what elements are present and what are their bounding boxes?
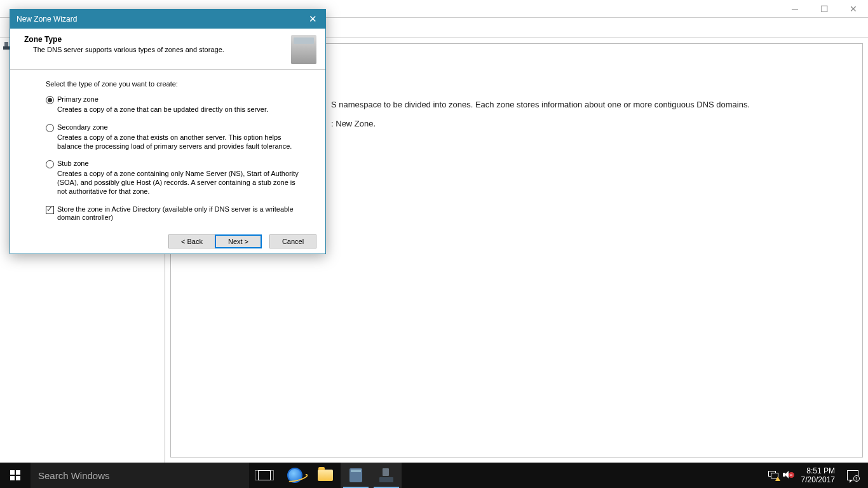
notification-badge: 1 xyxy=(853,475,860,482)
parent-maximize-button[interactable]: ☐ xyxy=(810,0,839,18)
parent-close-button[interactable]: ✕ xyxy=(839,0,868,18)
new-zone-wizard-dialog: New Zone Wizard ✕ Zone Type The DNS serv… xyxy=(10,9,326,254)
tray-clock[interactable]: 8:51 PM 7/20/2017 xyxy=(796,466,840,485)
system-tray: × 8:51 PM 7/20/2017 1 xyxy=(766,463,868,488)
tray-time: 8:51 PM xyxy=(801,466,835,475)
radio-stub-zone[interactable]: Stub zone xyxy=(46,159,301,168)
svg-rect-5 xyxy=(16,476,20,480)
notification-icon: 1 xyxy=(847,470,858,480)
taskbar-server-manager[interactable] xyxy=(341,463,371,488)
wizard-header-subtitle: The DNS server supports various types of… xyxy=(24,46,291,53)
radio-primary-zone-desc: Creates a copy of a zone that can be upd… xyxy=(57,105,301,114)
start-button[interactable] xyxy=(0,463,31,488)
checkbox-store-ad-indicator xyxy=(46,206,54,214)
wizard-footer: < Back Next > Cancel xyxy=(10,229,325,254)
wizard-title: New Zone Wizard xyxy=(17,15,77,24)
wizard-content: Select the type of zone you want to crea… xyxy=(10,70,325,229)
next-button[interactable]: Next > xyxy=(215,234,262,248)
parent-minimize-button[interactable]: ─ xyxy=(780,0,810,18)
wizard-header-title: Zone Type xyxy=(24,35,291,44)
taskbar-dns-manager[interactable] xyxy=(371,463,402,488)
bg-text-2-prefix: : xyxy=(331,119,334,128)
taskbar-search[interactable]: Search Windows xyxy=(31,463,249,488)
dns-manager-taskbar-icon xyxy=(379,468,393,482)
taskbar-explorer[interactable] xyxy=(310,463,341,488)
ie-icon xyxy=(287,468,302,483)
radio-primary-zone-indicator xyxy=(46,96,54,104)
svg-rect-2 xyxy=(10,470,15,475)
task-view-button[interactable] xyxy=(249,463,280,488)
svg-rect-0 xyxy=(4,42,8,47)
server-manager-icon xyxy=(349,468,362,482)
svg-rect-3 xyxy=(16,470,20,475)
radio-primary-zone-label: Primary zone xyxy=(57,95,98,103)
back-button[interactable]: < Back xyxy=(168,234,215,248)
bg-text-1: namespace to be divided into zones. Each… xyxy=(339,100,750,109)
server-graphic-icon xyxy=(291,35,316,64)
wizard-prompt: Select the type of zone you want to crea… xyxy=(46,80,301,88)
radio-secondary-zone[interactable]: Secondary zone xyxy=(46,123,301,132)
radio-primary-zone[interactable]: Primary zone xyxy=(46,95,301,104)
folder-icon xyxy=(318,470,333,481)
radio-secondary-zone-desc: Creates a copy of a zone that exists on … xyxy=(57,133,301,151)
bg-text-1-prefix: S xyxy=(331,100,337,109)
radio-stub-zone-label: Stub zone xyxy=(57,159,89,167)
checkbox-store-ad[interactable]: Store the zone in Active Directory (avai… xyxy=(46,205,301,223)
checkbox-store-ad-label: Store the zone in Active Directory (avai… xyxy=(57,205,301,223)
taskbar: Search Windows × 8:51 PM 7/20/2017 xyxy=(0,463,868,488)
wizard-close-button[interactable]: ✕ xyxy=(300,10,325,29)
wizard-header: Zone Type The DNS server supports variou… xyxy=(10,29,325,70)
tray-network-icon[interactable] xyxy=(766,463,781,488)
tray-notifications[interactable]: 1 xyxy=(840,463,865,488)
taskbar-ie[interactable] xyxy=(280,463,310,488)
svg-rect-4 xyxy=(10,476,15,480)
radio-stub-zone-indicator xyxy=(46,160,54,168)
radio-secondary-zone-indicator xyxy=(46,124,54,132)
wizard-titlebar[interactable]: New Zone Wizard ✕ xyxy=(10,10,325,29)
cancel-button[interactable]: Cancel xyxy=(269,234,316,248)
taskbar-search-placeholder: Search Windows xyxy=(38,470,110,481)
bg-text-2: New Zone. xyxy=(336,119,376,128)
tray-volume-icon[interactable]: × xyxy=(781,463,796,488)
radio-secondary-zone-label: Secondary zone xyxy=(57,123,108,131)
tray-date: 7/20/2017 xyxy=(801,475,835,484)
task-view-icon xyxy=(258,470,271,480)
radio-stub-zone-desc: Creates a copy of a zone containing only… xyxy=(57,170,301,196)
